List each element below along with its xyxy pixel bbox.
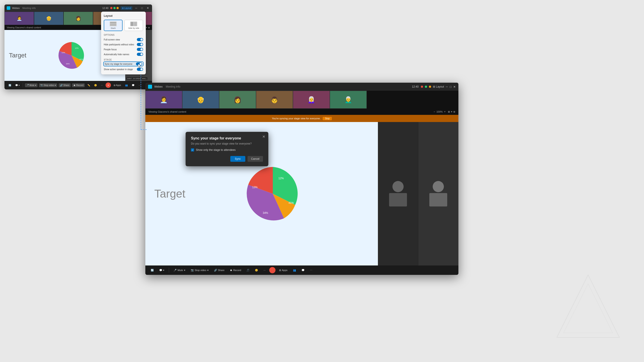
record-button[interactable]: ⏺ Record	[72, 83, 85, 87]
dialog-title: Sync your stage for everyone	[191, 136, 263, 140]
sync-stop-button[interactable]: Stop	[323, 117, 332, 120]
svg-text:13%: 13%	[252, 186, 258, 189]
win2-content-right	[378, 122, 458, 266]
window2: Webex Meeting info 12:40 ⊞ Layout ─ □ ✕ …	[145, 83, 458, 275]
win2-chat-btn[interactable]: 💬 ▾	[158, 268, 166, 273]
extra-button[interactable]: ⋯	[137, 83, 142, 87]
rec-dot-red	[421, 86, 423, 88]
win2-zoom-minus[interactable]: −	[434, 110, 435, 113]
win2-maximize-btn[interactable]: □	[450, 85, 452, 88]
win2-minimize-btn[interactable]: ─	[446, 85, 448, 88]
hide-no-video-label: Hide participants without video	[104, 43, 134, 46]
chat-button[interactable]: 💬 ▾	[14, 83, 21, 87]
dialog-actions: Sync Cancel	[191, 156, 263, 162]
layout-panel-title: Layout	[104, 14, 143, 17]
win2-audio-btn[interactable]: 🎵	[245, 268, 251, 273]
emoji-button[interactable]: 😊	[93, 83, 98, 87]
win2-close-btn[interactable]: ✕	[453, 85, 456, 88]
win2-record-btn[interactable]: ⏺ Record	[228, 268, 243, 272]
win2-target-label: Target	[154, 187, 185, 200]
layout-side-by-side[interactable]: Side by side	[124, 20, 143, 31]
annotate-button[interactable]: ✏️	[86, 83, 92, 87]
mute-button[interactable]: 🎤 Mute ▾	[25, 83, 38, 87]
win2-zoom-plus[interactable]: +	[444, 110, 446, 113]
win2-app-name: Webex	[154, 85, 162, 88]
side-by-side-label: Side by side	[128, 27, 139, 29]
bg-decoration	[554, 273, 622, 340]
end-call-button[interactable]: ✕	[106, 82, 111, 88]
dialog-checkbox[interactable]: ✓	[191, 148, 194, 151]
auto-hide-names-option: Automatically hide names	[104, 52, 143, 57]
win2-thumbnails: 👩‍💼 👴 👩 👨 👩‍🦳 👨‍🦳	[145, 91, 458, 109]
win2-thumb-3[interactable]: 👩	[219, 91, 256, 109]
win2-messages-btn[interactable]: 💭	[300, 268, 306, 273]
fullscreen-toggle[interactable]	[137, 38, 143, 41]
win2-thumb-2[interactable]: 👴	[182, 91, 219, 109]
participants-button[interactable]: 👥	[124, 83, 129, 87]
thumbnail-2[interactable]: 👴	[34, 12, 64, 25]
win1-titlebar: Webex Meeting info 12:40 ⊞ Layout ─ □ ✕	[4, 4, 152, 12]
people-focus-label: People focus	[104, 48, 117, 51]
win2-thumb-4[interactable]: 👨	[256, 91, 293, 109]
layout-stack[interactable]: Stack	[104, 20, 122, 31]
win2-apps-btn[interactable]: ⊞ Apps	[277, 268, 289, 273]
sync-dialog: ✕ Sync your stage for everyone Do you wa…	[186, 132, 268, 166]
sync-banner-text: You're syncing your stage view for every…	[272, 117, 321, 120]
win2-thumb-6[interactable]: 👨‍🦳	[330, 91, 367, 109]
win1-time: 12:40	[102, 7, 108, 9]
show-active-speaker-label: Show active speaker in stage	[104, 68, 133, 71]
layout-button[interactable]: ⊞ Layout	[120, 6, 132, 10]
stack-label: Stack	[111, 27, 116, 29]
win2-extra-btn[interactable]: ⋯	[308, 268, 314, 273]
hide-no-video-toggle[interactable]	[137, 43, 143, 46]
win2-loop-btn[interactable]: 🔄	[149, 268, 156, 273]
side-by-side-icon	[130, 21, 137, 26]
win2-view-icons: ⊠ ✦ ⊕	[448, 110, 455, 113]
messages-button[interactable]: 💭	[130, 83, 136, 87]
svg-text:41%: 41%	[80, 58, 83, 60]
win2-thumb-1[interactable]: 👩‍💼	[145, 91, 182, 109]
dialog-close-button[interactable]: ✕	[262, 134, 265, 139]
minimize-button[interactable]: ─	[134, 6, 138, 10]
win2-zoom-value: 100%	[436, 110, 443, 113]
win2-thumb-5[interactable]: 👩‍🦳	[293, 91, 330, 109]
svg-text:34%: 34%	[66, 63, 70, 65]
win2-stop-video-btn[interactable]: 📷 Stop video ▾	[189, 268, 210, 273]
sync-confirm-button[interactable]: Sync	[230, 156, 245, 162]
win2-reaction-btn[interactable]: 😊	[253, 268, 260, 273]
win2-mute-btn[interactable]: 🎤 Mute ▾	[172, 268, 187, 273]
hide-no-video-option: Hide participants without video	[104, 42, 143, 47]
win2-zoom-controls: − 100% +	[434, 110, 446, 113]
win2-share-btn[interactable]: 🔗 Share	[212, 268, 226, 273]
win1-toolbar: 🔄 💬 ▾ 🎤 Mute ▾ 📷 Stop video ▾ 🔗 Share ⏺ …	[4, 81, 152, 89]
thumbnail-3[interactable]: 👩	[64, 12, 93, 25]
close-button[interactable]: ✕	[146, 6, 150, 10]
svg-marker-12	[564, 284, 613, 333]
auto-hide-names-toggle[interactable]	[137, 53, 143, 56]
dialog-checkbox-row: ✓ Show only the stage to attendees	[191, 148, 263, 151]
cancel-button[interactable]: Cancel	[248, 156, 263, 162]
win2-layout-btn[interactable]: ⊞ Layout	[433, 85, 444, 88]
win2-end-btn[interactable]	[269, 267, 276, 273]
stop-video-button[interactable]: 📷 Stop video ▾	[39, 83, 57, 87]
show-active-speaker-toggle[interactable]	[137, 68, 143, 71]
maximize-button[interactable]: □	[140, 6, 144, 10]
people-focus-toggle[interactable]	[137, 48, 143, 51]
sync-stage-toggle[interactable]	[136, 62, 142, 65]
thumbnail-1[interactable]: 👩‍💼	[4, 12, 34, 25]
win1-app-name: Webex	[12, 7, 20, 9]
svg-text:34%: 34%	[263, 211, 268, 215]
more-button[interactable]: ···	[100, 83, 104, 87]
loop-button[interactable]: 🔄	[7, 83, 12, 87]
win2-webex-logo	[148, 85, 152, 89]
win2-more-btn[interactable]: ···	[262, 268, 267, 272]
share-button[interactable]: 🔗 Share	[58, 83, 71, 87]
win2-time: 12:40	[412, 85, 418, 88]
win2-participants-btn[interactable]: 👥	[291, 268, 298, 273]
win2-titlebar: Webex Meeting info 12:40 ⊞ Layout ─ □ ✕	[145, 83, 458, 91]
fullscreen-option: Full-screen view	[104, 37, 143, 42]
svg-text:13%: 13%	[62, 52, 65, 54]
apps-button[interactable]: ⊞ Apps	[112, 83, 122, 87]
divider1	[23, 83, 23, 87]
svg-text:12%: 12%	[75, 47, 78, 49]
